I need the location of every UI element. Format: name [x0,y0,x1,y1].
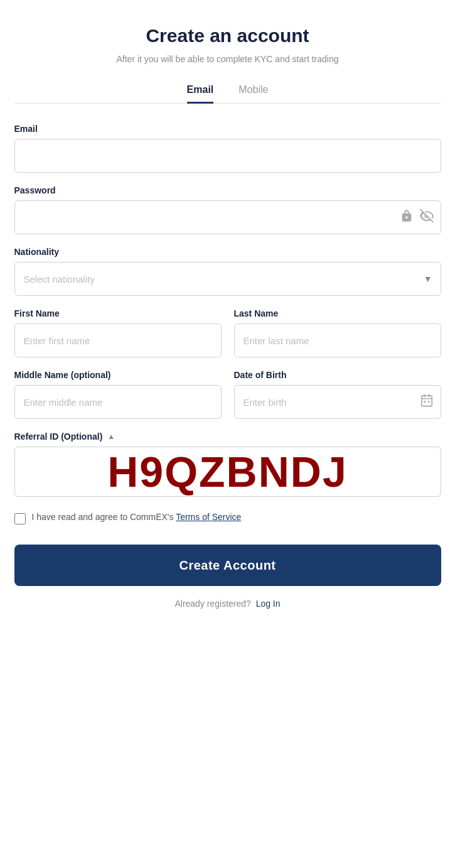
first-name-input[interactable] [14,323,222,357]
first-name-label: First Name [14,308,222,318]
nationality-group: Nationality Select nationality ▼ [14,247,441,296]
last-name-group: Last Name [234,308,441,357]
nationality-label: Nationality [14,247,441,257]
referral-input-wrapper[interactable]: H9QZBNDJ [14,447,441,497]
password-label: Password [14,185,441,195]
tab-bar: Email Mobile [14,84,441,104]
password-group: Password [14,185,441,234]
middle-name-input[interactable] [14,385,222,419]
nationality-wrapper: Select nationality ▼ [14,262,441,296]
email-input[interactable] [14,139,441,173]
password-input[interactable] [14,200,441,234]
login-row: Already registered? Log In [14,599,441,609]
terms-text: I have read and agree to CommEX's Terms … [32,512,242,522]
middle-dob-row: Middle Name (optional) Date of Birth [14,370,441,431]
already-registered-text: Already registered? [174,599,250,609]
middle-name-group: Middle Name (optional) [14,370,222,419]
terms-checkbox[interactable] [14,513,26,524]
tab-email[interactable]: Email [187,84,214,104]
password-wrapper [14,200,441,234]
create-account-button[interactable]: Create Account [14,545,441,586]
terms-row: I have read and agree to CommEX's Terms … [14,512,441,524]
last-name-label: Last Name [234,308,441,318]
eye-slash-icon[interactable] [420,209,434,226]
page-subtitle: After it you will be able to complete KY… [14,54,441,64]
first-name-group: First Name [14,308,222,357]
email-label: Email [14,124,441,134]
terms-link[interactable]: Terms of Service [176,512,241,522]
nationality-select[interactable]: Select nationality [14,262,441,296]
referral-label: Referral ID (Optional) [14,431,103,442]
email-group: Email [14,124,441,173]
password-icons [400,209,434,226]
tab-mobile[interactable]: Mobile [238,84,268,104]
dob-group: Date of Birth [234,370,441,419]
lock-icon[interactable] [400,209,414,226]
last-name-input[interactable] [234,323,441,357]
page-title: Create an account [14,25,441,46]
dob-wrapper [234,385,441,419]
triangle-up-icon: ▲ [107,432,115,441]
referral-label-row: Referral ID (Optional) ▲ [14,431,441,442]
name-row: First Name Last Name [14,308,441,370]
login-link[interactable]: Log In [256,599,281,609]
referral-group: Referral ID (Optional) ▲ H9QZBNDJ [14,431,441,497]
dob-input[interactable] [234,385,441,419]
referral-code: H9QZBNDJ [107,450,348,493]
middle-name-label: Middle Name (optional) [14,370,222,380]
dob-label: Date of Birth [234,370,441,380]
